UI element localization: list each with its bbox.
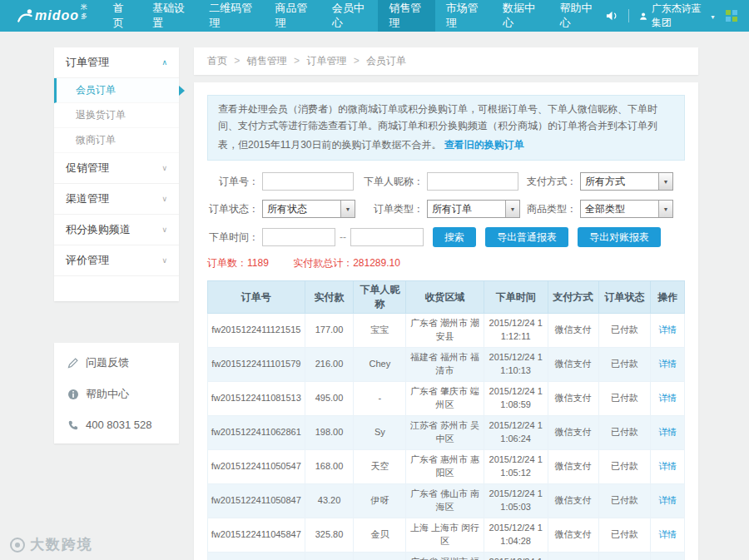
table-header-row: 订单号 实付款 下单人昵称 收货区域 下单时间 支付方式 订单状态 操作 — [208, 281, 685, 314]
divider — [628, 9, 629, 22]
sidebar-section-promotion[interactable]: 促销管理 — [54, 153, 179, 184]
order-no-cell: fw2015122411043300 — [208, 552, 305, 560]
total-paid-label: 实付款总计： — [293, 257, 353, 269]
orders-panel: 查看并处理会员（消费者）的微商城订单或积分换购订单，可根据订单号、下单人微信昵称… — [194, 82, 698, 560]
detail-link[interactable]: 详情 — [658, 495, 677, 505]
export-normal-button[interactable]: 导出普通报表 — [485, 227, 568, 247]
nickname-cell: 伊呀 — [354, 483, 406, 518]
order-submenu: 会员订单 退换货订单 微商订单 — [54, 78, 179, 153]
table-row: fw2015122411050847 43.20 伊呀 广东省 佛山市 南海区 … — [208, 483, 685, 518]
table-row: fw2015122411043300 297.00 夏天 广东省 深圳市 福田区… — [208, 552, 685, 560]
region-cell: 广东省 深圳市 福田区 — [406, 552, 484, 560]
old-redeem-orders-link[interactable]: 查看旧的换购订单 — [444, 137, 524, 154]
nav-item-home[interactable]: 首页 — [102, 0, 141, 32]
detail-link[interactable]: 详情 — [658, 427, 677, 437]
section-label: 积分换购频道 — [66, 222, 131, 237]
time-cell: 2015/12/24 11:10:13 — [484, 348, 548, 382]
breadcrumb-separator: > — [294, 55, 300, 67]
nav-item-sales[interactable]: 销售管理 — [378, 0, 434, 32]
chevron-up-icon — [161, 58, 167, 67]
apps-grid-icon[interactable] — [726, 10, 737, 22]
detail-link[interactable]: 详情 — [658, 359, 677, 369]
sidebar-help-center[interactable]: 帮助中心 — [54, 379, 179, 410]
user-name: 广东杰诗蓝集团 — [652, 2, 706, 30]
sidebar-phone[interactable]: 400 8031 528 — [54, 410, 179, 439]
nickname-input[interactable] — [427, 172, 518, 191]
chevron-down-icon — [161, 164, 167, 172]
time-range-separator: -- — [340, 231, 346, 243]
nickname-label: 下单人昵称： — [359, 175, 424, 189]
order-no-cell: fw2015122411050847 — [208, 483, 305, 518]
payment-cell: 微信支付 — [548, 552, 598, 560]
status-cell: 已付款 — [598, 416, 651, 450]
region-cell: 福建省 福州市 福清市 — [406, 348, 484, 382]
sidebar-feedback[interactable]: 问题反馈 — [54, 347, 179, 379]
app-logo[interactable]: midoo 米多 — [0, 0, 102, 32]
nav-item-products[interactable]: 商品管理 — [264, 0, 320, 32]
detail-link[interactable]: 详情 — [658, 325, 677, 335]
payment-select[interactable]: 所有方式 — [580, 172, 673, 191]
order-no-input[interactable] — [262, 172, 354, 191]
table-row: fw2015122411045847 325.80 金贝 上海 上海市 闵行区 … — [208, 518, 685, 552]
time-cell: 2015/12/24 11:06:24 — [484, 416, 548, 450]
volume-icon[interactable] — [606, 10, 618, 22]
status-label: 订单状态： — [207, 202, 259, 216]
nav-item-market[interactable]: 市场管理 — [435, 0, 492, 32]
export-recon-button[interactable]: 导出对账报表 — [578, 227, 661, 247]
dropdown-arrow-icon — [658, 201, 672, 217]
order-stats: 订单数：1189 实付款总计：281289.10 — [207, 256, 685, 270]
sidebar-item-member-orders[interactable]: 会员订单 — [54, 78, 179, 103]
logo-text: midoo — [35, 8, 79, 23]
amount-cell: 198.00 — [305, 416, 354, 450]
nav-item-data-center[interactable]: 数据中心 — [492, 0, 548, 32]
detail-link[interactable]: 详情 — [658, 461, 677, 471]
amount-cell: 216.00 — [305, 348, 354, 382]
dropdown-arrow-icon — [658, 173, 672, 190]
nickname-cell: Chey — [354, 348, 406, 382]
feedback-label: 问题反馈 — [86, 355, 129, 370]
sidebar-item-wechat-orders[interactable]: 微商订单 — [54, 128, 179, 153]
section-label: 渠道管理 — [66, 191, 109, 206]
region-cell: 广东省 佛山市 南海区 — [406, 483, 484, 518]
col-action-header: 操作 — [651, 281, 685, 314]
product-type-label: 商品类型： — [522, 202, 577, 216]
breadcrumb-order-mgmt[interactable]: 订单管理 — [306, 55, 346, 67]
type-select[interactable]: 所有订单 — [427, 200, 520, 218]
time-from-input[interactable] — [262, 228, 335, 246]
status-cell: 已付款 — [598, 518, 651, 552]
sidebar-section-review[interactable]: 评价管理 — [54, 245, 179, 276]
detail-link[interactable]: 详情 — [658, 529, 677, 539]
time-cell: 2015/12/24 11:08:59 — [484, 382, 548, 416]
sidebar-menu: 订单管理 会员订单 退换货订单 微商订单 促销管理 渠道管理 积分换购频道 评价… — [54, 47, 179, 301]
status-cell: 已付款 — [598, 552, 651, 560]
search-button[interactable]: 搜索 — [433, 227, 476, 247]
region-cell: 广东省 肇庆市 端州区 — [406, 382, 484, 416]
col-status-header: 订单状态 — [598, 281, 651, 314]
order-no-cell: fw2015122411081513 — [208, 382, 305, 416]
detail-link[interactable]: 详情 — [658, 393, 677, 403]
section-label: 评价管理 — [66, 253, 109, 268]
breadcrumb-home[interactable]: 首页 — [207, 55, 227, 67]
sidebar: 订单管理 会员订单 退换货订单 微商订单 促销管理 渠道管理 积分换购频道 评价… — [54, 47, 179, 444]
nav-item-basic-settings[interactable]: 基础设置 — [141, 0, 198, 32]
col-time-header: 下单时间 — [484, 281, 548, 314]
order-no-label: 订单号： — [207, 175, 259, 189]
sidebar-section-order-mgmt[interactable]: 订单管理 — [54, 47, 179, 78]
status-cell: 已付款 — [598, 348, 651, 382]
nav-item-members[interactable]: 会员中心 — [321, 0, 378, 32]
chevron-down-icon — [161, 195, 167, 203]
table-row: fw2015122411050547 168.00 天空 广东省 惠州市 惠阳区… — [208, 449, 685, 483]
payment-label: 支付方式： — [522, 175, 577, 189]
product-type-select[interactable]: 全部类型 — [580, 200, 673, 218]
breadcrumb-sales[interactable]: 销售管理 — [247, 55, 287, 67]
time-to-input[interactable] — [350, 228, 424, 246]
sidebar-section-channel[interactable]: 渠道管理 — [54, 184, 179, 215]
status-select[interactable]: 所有状态 — [262, 200, 355, 218]
sidebar-item-returns[interactable]: 退换货订单 — [54, 103, 179, 128]
nav-item-help[interactable]: 帮助中心 — [549, 0, 606, 32]
amount-cell: 325.80 — [305, 518, 354, 552]
nav-item-qrcode[interactable]: 二维码管理 — [198, 0, 264, 32]
user-menu[interactable]: 广东杰诗蓝集团 — [639, 2, 716, 30]
sidebar-section-points-redeem[interactable]: 积分换购频道 — [54, 215, 179, 245]
user-icon — [639, 11, 647, 22]
